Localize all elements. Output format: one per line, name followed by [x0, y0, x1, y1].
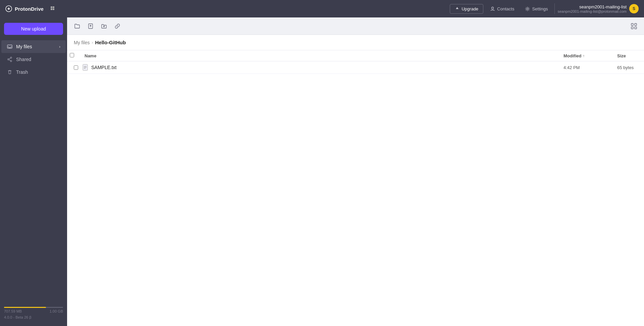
- svg-point-9: [8, 59, 9, 60]
- trash-icon: [7, 69, 13, 75]
- svg-rect-3: [51, 8, 52, 10]
- user-menu[interactable]: seanpm2001-mailing-list seanpm2001-maili…: [557, 4, 639, 13]
- modified-label: Modified: [564, 53, 581, 58]
- toolbar-buttons: [71, 20, 123, 32]
- sidebar-item-shared[interactable]: Shared: [1, 53, 66, 66]
- breadcrumb-parent[interactable]: My files: [74, 40, 90, 45]
- brand-logo-icon: [5, 5, 12, 12]
- svg-rect-12: [631, 23, 633, 25]
- breadcrumb-separator: ›: [92, 40, 93, 45]
- topnav: ProtonDrive Upgrade Contacts: [0, 0, 644, 17]
- row-checkbox[interactable]: [70, 65, 82, 70]
- svg-rect-15: [635, 27, 637, 29]
- version-text: 4.0.0 - Beta 26 β: [4, 315, 63, 319]
- upgrade-button[interactable]: Upgrade: [450, 4, 483, 14]
- checkbox-col-header: [70, 53, 82, 58]
- breadcrumb: My files › Hello-GitHub: [67, 35, 644, 50]
- sidebar-bottom: 707.59 MB 1.00 GB 4.0.0 - Beta 26 β: [0, 303, 67, 322]
- upgrade-label: Upgrade: [462, 6, 478, 11]
- topnav-right: Upgrade Contacts Settings seanpm2001-mai…: [450, 3, 639, 14]
- upload-folder-icon: [101, 23, 107, 29]
- file-name: SAMPLE.txt: [91, 65, 116, 70]
- share-link-button[interactable]: [111, 20, 123, 32]
- user-email: seanpm2001-mailing-list@protonmail.com: [557, 9, 627, 13]
- new-folder-icon: [74, 23, 80, 29]
- contacts-button[interactable]: Contacts: [486, 4, 518, 13]
- select-all-checkbox[interactable]: [70, 53, 74, 57]
- file-table: Name Modified ↑ Size: [67, 50, 644, 326]
- settings-icon: [525, 6, 530, 11]
- settings-button[interactable]: Settings: [521, 4, 552, 13]
- svg-rect-2: [53, 6, 54, 8]
- nav-divider: [554, 3, 555, 14]
- settings-label: Settings: [532, 6, 548, 11]
- breadcrumb-current: Hello-GitHub: [95, 40, 126, 45]
- share-icon: [7, 56, 13, 62]
- row-size: 65 bytes: [617, 65, 637, 70]
- col-size-header: Size: [617, 53, 637, 58]
- view-toggle-button[interactable]: [628, 20, 640, 32]
- contacts-icon: [490, 6, 495, 11]
- grid-view-icon: [631, 23, 637, 30]
- row-modified: 4:42 PM: [564, 65, 617, 70]
- col-modified-header-label[interactable]: Modified ↑: [564, 53, 617, 58]
- grid-apps-button[interactable]: [48, 3, 58, 14]
- upgrade-icon: [455, 6, 460, 11]
- sidebar-item-trash-label: Trash: [16, 69, 28, 75]
- user-info: seanpm2001-mailing-list seanpm2001-maili…: [557, 4, 627, 13]
- svg-rect-4: [53, 8, 54, 10]
- table-header: Name Modified ↑ Size: [67, 50, 644, 61]
- grid-apps-icon: [50, 6, 56, 11]
- topnav-left: ProtonDrive: [5, 3, 58, 14]
- brand: ProtonDrive: [5, 5, 44, 12]
- inbox-icon: [7, 44, 13, 50]
- svg-point-5: [492, 7, 494, 9]
- storage-total: 1.00 GB: [50, 309, 63, 313]
- table-row[interactable]: SAMPLE.txt 4:42 PM 65 bytes: [67, 61, 644, 74]
- svg-rect-13: [635, 23, 637, 25]
- sidebar-item-my-files-label: My files: [16, 44, 32, 49]
- storage-text: 707.59 MB 1.00 GB: [4, 309, 63, 313]
- main-layout: New upload My files › Shared: [0, 17, 644, 326]
- toolbar: [67, 17, 644, 35]
- content-area: My files › Hello-GitHub Name Modified ↑ …: [67, 17, 644, 326]
- chevron-right-icon: ›: [59, 45, 60, 49]
- new-upload-button[interactable]: New upload: [4, 23, 63, 35]
- upload-file-button[interactable]: [85, 20, 97, 32]
- storage-bar-fill: [4, 307, 46, 308]
- upload-file-icon: [88, 23, 94, 29]
- svg-point-6: [527, 8, 528, 10]
- row-select-checkbox[interactable]: [74, 65, 78, 70]
- svg-point-10: [10, 60, 12, 62]
- row-name: SAMPLE.txt: [82, 64, 496, 71]
- new-folder-button[interactable]: [71, 20, 83, 32]
- sidebar: New upload My files › Shared: [0, 17, 67, 326]
- svg-point-8: [10, 57, 12, 58]
- user-name: seanpm2001-mailing-list: [557, 4, 627, 9]
- sidebar-item-shared-label: Shared: [16, 57, 31, 62]
- brand-name: ProtonDrive: [15, 6, 44, 12]
- upload-folder-button[interactable]: [98, 20, 110, 32]
- sidebar-item-my-files[interactable]: My files ›: [1, 40, 66, 53]
- svg-rect-14: [631, 27, 633, 29]
- sidebar-item-trash[interactable]: Trash: [1, 66, 66, 78]
- user-avatar: S: [629, 4, 639, 13]
- svg-rect-1: [51, 6, 52, 8]
- col-name-header: Name: [82, 53, 496, 58]
- sort-arrow-icon: ↑: [583, 54, 585, 58]
- storage-bar-bg: [4, 307, 63, 308]
- text-file-icon: [82, 64, 89, 71]
- contacts-label: Contacts: [497, 6, 514, 11]
- storage-used: 707.59 MB: [4, 309, 22, 313]
- link-icon: [114, 23, 120, 29]
